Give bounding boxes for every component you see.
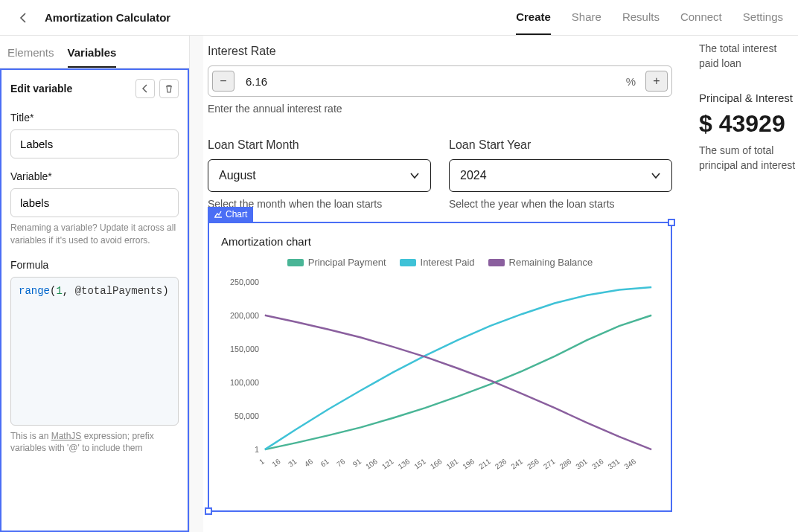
sidebar: Elements Variables Edit variable Title* — [0, 36, 190, 532]
chevron-down-icon — [409, 170, 420, 181]
pi-hint: The sum of total principal and interest — [699, 144, 798, 173]
interest-rate-label: Interest Rate — [208, 45, 672, 58]
tab-results[interactable]: Results — [622, 10, 660, 35]
svg-text:250,000: 250,000 — [230, 278, 259, 286]
chart-icon — [214, 210, 223, 219]
interest-rate-hint: Enter the annual interest rate — [208, 103, 672, 115]
variable-input[interactable] — [10, 188, 179, 217]
back-button[interactable] — [15, 9, 33, 27]
svg-text:316: 316 — [590, 457, 605, 471]
year-hint: Select the year when the loan starts — [449, 198, 672, 210]
page-title: Amortization Calculator — [45, 11, 170, 24]
chevron-down-icon — [651, 170, 661, 181]
chart-tag: Chart — [208, 207, 253, 222]
month-label: Loan Start Month — [208, 138, 431, 152]
interest-rate-unit: % — [620, 75, 642, 88]
svg-text:31: 31 — [287, 457, 298, 468]
year-label: Loan Start Year — [449, 138, 672, 152]
chart-element[interactable]: Chart Amortization chart Principal Payme… — [208, 222, 672, 512]
legend-item: Interest Paid — [400, 257, 475, 268]
year-select[interactable]: 2024 — [449, 159, 672, 192]
interest-rate-input[interactable]: − 6.16 % + — [208, 65, 672, 97]
svg-text:150,000: 150,000 — [230, 344, 259, 353]
sidebar-tab-elements[interactable]: Elements — [7, 46, 54, 68]
edit-variable-panel: Edit variable Title* Variable* Renaming — [0, 68, 189, 532]
svg-text:1: 1 — [258, 457, 266, 466]
edit-variable-heading: Edit variable — [10, 83, 72, 94]
chart-title: Amortization chart — [221, 235, 659, 248]
chart-plot: 150,000100,000150,000200,000250,00011631… — [221, 272, 659, 488]
svg-text:61: 61 — [319, 457, 331, 468]
svg-text:200,000: 200,000 — [230, 311, 259, 320]
decrement-button[interactable]: − — [212, 71, 234, 92]
svg-text:331: 331 — [607, 457, 622, 470]
svg-text:50,000: 50,000 — [234, 411, 259, 420]
svg-text:196: 196 — [461, 457, 476, 471]
svg-text:241: 241 — [509, 457, 524, 470]
pi-label: Principal & Interest — [699, 92, 798, 104]
formula-hint: This is an MathJS expression; prefix var… — [10, 430, 179, 455]
panel-back-button[interactable] — [135, 79, 155, 98]
svg-text:106: 106 — [364, 457, 379, 471]
increment-button[interactable]: + — [645, 71, 668, 92]
month-select[interactable]: August — [208, 159, 431, 192]
title-label: Title* — [10, 112, 179, 124]
tab-settings[interactable]: Settings — [743, 10, 783, 35]
tab-share[interactable]: Share — [572, 10, 601, 35]
svg-text:91: 91 — [351, 457, 363, 468]
svg-text:121: 121 — [380, 457, 395, 470]
legend-item: Principal Payment — [287, 257, 386, 268]
svg-text:286: 286 — [558, 457, 573, 471]
form-canvas: Interest Rate − 6.16 % + Enter the annua… — [190, 36, 690, 532]
total-interest-hint: The total interest paid loan — [699, 42, 798, 71]
header-tabs: Create Share Results Connect Settings — [516, 10, 783, 25]
svg-text:346: 346 — [622, 457, 637, 471]
resize-handle[interactable] — [668, 219, 675, 226]
variable-label: Variable* — [10, 170, 179, 182]
variable-hint: Renaming a variable? Update it across al… — [10, 222, 179, 247]
svg-text:136: 136 — [397, 457, 412, 471]
formula-input[interactable]: range(1, @totalPayments) — [10, 277, 179, 426]
svg-text:151: 151 — [412, 457, 427, 470]
trash-icon — [165, 84, 173, 93]
svg-text:166: 166 — [429, 457, 444, 471]
formula-label: Formula — [10, 259, 179, 271]
svg-text:16: 16 — [270, 457, 282, 469]
panel-delete-button[interactable] — [159, 79, 179, 98]
interest-rate-value[interactable]: 6.16 — [238, 75, 620, 88]
resize-handle[interactable] — [205, 507, 212, 515]
svg-text:100,000: 100,000 — [230, 378, 259, 387]
svg-text:271: 271 — [542, 457, 557, 470]
svg-text:1: 1 — [255, 445, 259, 454]
tab-create[interactable]: Create — [516, 10, 551, 35]
app-header: Amortization Calculator Create Share Res… — [0, 0, 798, 36]
title-input[interactable] — [10, 129, 179, 158]
arrow-left-icon — [18, 12, 30, 24]
svg-text:76: 76 — [335, 457, 347, 469]
svg-text:46: 46 — [303, 457, 315, 469]
svg-text:301: 301 — [574, 457, 589, 470]
arrow-left-icon — [141, 84, 150, 93]
summary-panel: The total interest paid loan Principal &… — [690, 36, 798, 532]
sidebar-tab-variables[interactable]: Variables — [68, 46, 117, 68]
legend-item: Remaining Balance — [488, 257, 593, 268]
pi-value: $ 43929 — [699, 110, 798, 138]
svg-text:256: 256 — [526, 457, 540, 471]
chart-legend: Principal Payment Interest Paid Remainin… — [221, 257, 659, 268]
svg-text:181: 181 — [445, 457, 460, 470]
svg-text:211: 211 — [477, 457, 492, 470]
svg-text:226: 226 — [494, 457, 508, 471]
tab-connect[interactable]: Connect — [680, 10, 722, 35]
